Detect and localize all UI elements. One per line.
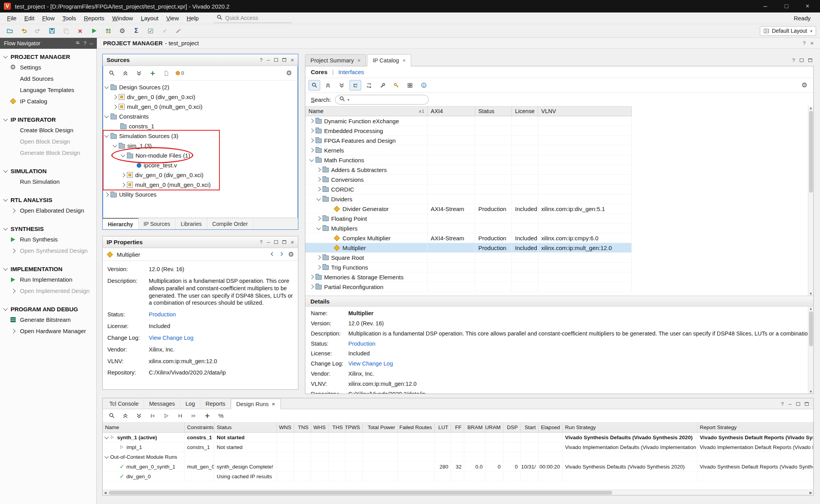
catalog-row-embedded-processing[interactable]: Embedded Processing bbox=[305, 126, 632, 136]
catalog-row-multipliers[interactable]: Multipliers bbox=[305, 224, 632, 233]
horizontal-scrollbar[interactable]: ◀ ▶ bbox=[103, 490, 813, 495]
minimize-icon[interactable]: – bbox=[267, 57, 270, 63]
runs-column-wns[interactable]: WNS bbox=[277, 422, 294, 432]
flow-item-run-synthesis[interactable]: Run Synthesis bbox=[0, 234, 96, 245]
column-header-vlnv[interactable]: VLNV bbox=[538, 106, 632, 116]
runs-column-elapsed[interactable]: Elapsed bbox=[538, 422, 563, 432]
step-icon[interactable] bbox=[174, 410, 186, 421]
window-maximize-button[interactable]: □ bbox=[778, 3, 795, 10]
expander-open-icon[interactable] bbox=[3, 226, 7, 230]
catalog-row-memories-storage-elements[interactable]: Memories & Storage Elements bbox=[305, 272, 632, 282]
subtab-cores[interactable]: Cores bbox=[311, 69, 328, 75]
runs-column-name[interactable]: Name bbox=[103, 422, 185, 432]
flow-item-settings[interactable]: ⚙Settings bbox=[0, 62, 96, 73]
collapse-all-icon[interactable] bbox=[119, 410, 131, 421]
flow-item-open-elaborated-design[interactable]: Open Elaborated Design bbox=[0, 205, 96, 216]
flow-item-generate-block-design[interactable]: Generate Block Design bbox=[0, 147, 96, 158]
open-project-icon[interactable] bbox=[4, 26, 16, 36]
menu-view[interactable]: View bbox=[162, 13, 183, 23]
settings-icon[interactable]: ⚙ bbox=[288, 251, 294, 258]
subtab-interfaces[interactable]: Interfaces bbox=[338, 69, 364, 75]
bottom-tab-messages[interactable]: Messages bbox=[144, 398, 180, 409]
validate-icon[interactable] bbox=[144, 26, 156, 36]
maximize-icon[interactable] bbox=[282, 57, 286, 63]
key-icon[interactable] bbox=[390, 80, 402, 91]
flow-section-header-rtl-analysis[interactable]: RTL ANALYSIS bbox=[0, 195, 96, 205]
expander-closed-icon[interactable] bbox=[121, 173, 125, 177]
link-view-change-log[interactable]: View Change Log bbox=[149, 335, 193, 341]
float-icon[interactable] bbox=[796, 401, 800, 407]
expander-open-icon[interactable] bbox=[3, 197, 7, 201]
save-icon[interactable] bbox=[46, 26, 58, 36]
menu-help[interactable]: Help bbox=[183, 13, 203, 23]
help-icon[interactable]: ? bbox=[803, 40, 806, 46]
sources-tab-ip-sources[interactable]: IP Sources bbox=[139, 218, 176, 229]
flow-section-header-program-and-debug[interactable]: PROGRAM AND DEBUG bbox=[0, 304, 96, 314]
vertical-scrollbar[interactable]: ▲ ▼ bbox=[808, 307, 813, 394]
file-icon[interactable] bbox=[160, 68, 172, 78]
previous-ip-button[interactable] bbox=[269, 251, 275, 258]
expander-open-icon[interactable] bbox=[316, 225, 321, 230]
bottom-tab-log[interactable]: Log bbox=[180, 398, 200, 409]
scroll-up-icon[interactable]: ▲ bbox=[809, 307, 813, 311]
catalog-row-partial-reconfiguration[interactable]: Partial Reconfiguration bbox=[305, 282, 632, 292]
close-tab-icon[interactable]: × bbox=[357, 57, 360, 64]
source-item-div-gen-0-div-gen-0-xci[interactable]: div_gen_0 (div_gen_0.xci) bbox=[103, 92, 298, 102]
tab-ip-catalog[interactable]: IP Catalog× bbox=[367, 54, 411, 66]
catalog-row-fpga-features-and-design[interactable]: FPGA Features and Design bbox=[305, 136, 632, 146]
close-tab-icon[interactable]: × bbox=[272, 401, 275, 407]
expander-open-icon[interactable] bbox=[121, 153, 125, 157]
flow-item-add-sources[interactable]: Add Sources bbox=[0, 73, 96, 84]
flow-item-open-synthesized-design[interactable]: Open Synthesized Design bbox=[0, 245, 96, 256]
expander-closed-icon[interactable] bbox=[316, 216, 321, 220]
source-item-ipcore-test-v[interactable]: ipcore_test.v bbox=[103, 160, 298, 170]
link-view-change-log[interactable]: View Change Log bbox=[348, 360, 393, 367]
flow-item-run-implementation[interactable]: Run Implementation bbox=[0, 274, 96, 285]
source-item-non-module-files-1[interactable]: Non-module Files (1) bbox=[103, 151, 298, 160]
run-row-div-gen-0[interactable]: ✓div_gen_0Using cached IP results bbox=[103, 472, 813, 481]
runs-column-lut[interactable]: LUT bbox=[435, 422, 451, 432]
menu-window[interactable]: Window bbox=[108, 13, 137, 23]
expander-open-icon[interactable] bbox=[316, 196, 321, 201]
flow-item-open-implemented-design[interactable]: Open Implemented Design bbox=[0, 285, 96, 296]
grid-icon[interactable] bbox=[404, 80, 416, 91]
runs-column-uram[interactable]: URAM bbox=[485, 422, 503, 432]
settings-icon[interactable]: ⚙ bbox=[283, 68, 295, 78]
fast-forward-icon[interactable] bbox=[188, 410, 200, 421]
bottom-tab-tcl-console[interactable]: Tcl Console bbox=[104, 398, 144, 409]
catalog-row-multiplier[interactable]: MultiplierProductionIncludedxilinx.com:i… bbox=[305, 243, 632, 253]
runs-column-tns[interactable]: TNS bbox=[294, 422, 311, 432]
collapse-all-icon[interactable] bbox=[322, 80, 334, 91]
expand-all-icon[interactable] bbox=[133, 68, 145, 78]
expander-closed-icon[interactable] bbox=[316, 187, 321, 191]
scroll-down-icon[interactable]: ▼ bbox=[809, 390, 813, 394]
expander-closed-icon[interactable] bbox=[316, 167, 321, 172]
bottom-tab-reports[interactable]: Reports bbox=[200, 398, 231, 409]
runs-column-constraints[interactable]: Constraints bbox=[185, 422, 214, 432]
menu-layout[interactable]: Layout bbox=[137, 13, 162, 23]
runs-column-whs[interactable]: WHS bbox=[311, 422, 328, 432]
catalog-row-floating-point[interactable]: Floating Point bbox=[305, 214, 632, 224]
expander-closed-icon[interactable] bbox=[316, 255, 321, 259]
reset-runs-icon[interactable] bbox=[147, 410, 159, 421]
runs-column-status[interactable]: Status bbox=[214, 422, 277, 432]
expander-open-icon[interactable] bbox=[112, 143, 117, 147]
minimize-icon[interactable]: – bbox=[788, 401, 791, 407]
expander-closed-icon[interactable] bbox=[316, 177, 321, 181]
window-minimize-button[interactable]: – bbox=[757, 3, 774, 10]
runs-column-failed-routes[interactable]: Failed Routes bbox=[398, 422, 435, 432]
expander-open-icon[interactable] bbox=[3, 306, 7, 311]
catalog-row-adders-subtracters[interactable]: Adders & Subtracters bbox=[305, 165, 632, 175]
sources-tab-libraries[interactable]: Libraries bbox=[176, 218, 207, 229]
scroll-right-icon[interactable]: ▶ bbox=[808, 491, 813, 495]
flow-section-header-project-manager[interactable]: PROJECT MANAGER bbox=[0, 52, 96, 62]
close-tab-icon[interactable]: × bbox=[403, 57, 406, 64]
expander-open-icon[interactable] bbox=[3, 168, 7, 172]
flow-item-generate-bitstream[interactable]: Generate Bitstream bbox=[0, 314, 96, 325]
maximize-icon[interactable] bbox=[805, 401, 809, 407]
window-close-button[interactable]: × bbox=[799, 3, 816, 10]
source-item-design-sources-2[interactable]: Design Sources (2) bbox=[103, 82, 298, 92]
help-icon[interactable]: ? bbox=[84, 41, 86, 46]
flow-item-run-simulation[interactable]: Run Simulation bbox=[0, 176, 96, 187]
customize-icon[interactable] bbox=[173, 26, 184, 36]
